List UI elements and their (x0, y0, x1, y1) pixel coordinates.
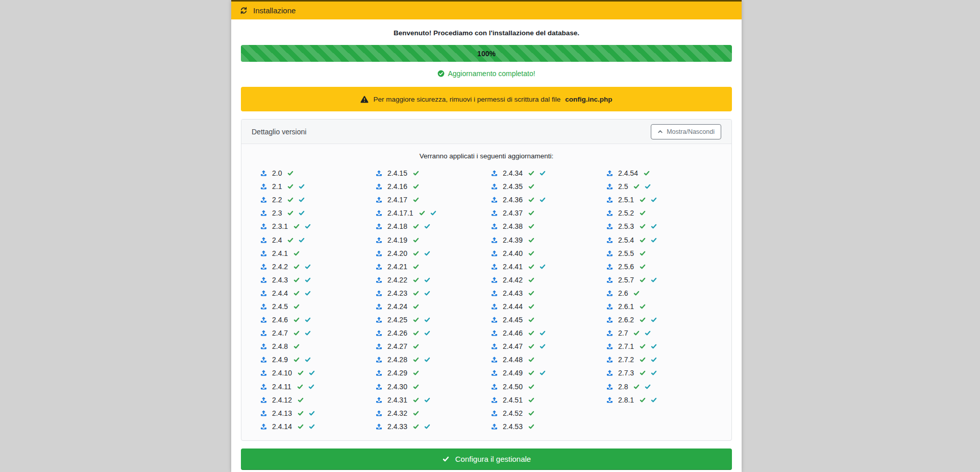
check-icon (639, 397, 646, 403)
version-label: 2.5.6 (618, 263, 634, 271)
upload-icon (375, 276, 383, 284)
version-item: 2.4.52 (491, 407, 606, 420)
version-item: 2.4.53 (491, 420, 606, 433)
version-item: 2.4.34 (491, 167, 606, 180)
version-item: 2.4.42 (491, 273, 606, 287)
version-label: 2.4.52 (503, 409, 523, 417)
version-label: 2.4.38 (503, 222, 523, 230)
upload-icon (260, 237, 267, 244)
configure-button[interactable]: Configura il gestionale (241, 449, 732, 470)
progress-label: 100% (477, 50, 496, 58)
version-label: 2.0 (272, 169, 282, 177)
version-item: 2.4.2 (260, 260, 375, 273)
version-item: 2.5.3 (606, 220, 721, 233)
version-label: 2.4.28 (387, 356, 407, 364)
upload-icon (375, 329, 383, 337)
check-icon (293, 277, 300, 283)
check-icon (528, 210, 535, 216)
version-label: 2.4.19 (387, 236, 407, 244)
version-item: 2.4.51 (491, 393, 606, 407)
check-icon (639, 317, 646, 323)
check-icon (528, 250, 535, 256)
check-icon (412, 303, 420, 310)
check-icon (287, 170, 294, 176)
version-label: 2.4.24 (387, 302, 407, 311)
version-item: 2.6.2 (606, 313, 721, 326)
version-label: 2.4.50 (503, 383, 523, 391)
check-done-icon (308, 384, 315, 390)
version-label: 2.4.41 (503, 263, 523, 271)
version-label: 2.4.22 (387, 276, 407, 284)
version-label: 2.4.46 (503, 329, 523, 337)
version-label: 2.2 (272, 196, 282, 204)
check-icon (528, 237, 535, 243)
upload-icon (606, 183, 614, 190)
check-done-icon (650, 343, 657, 349)
version-label: 2.6.2 (618, 316, 634, 324)
version-item: 2.4.11 (260, 380, 375, 393)
check-done-icon (644, 330, 651, 336)
upload-icon (260, 183, 267, 190)
upload-icon (375, 290, 383, 297)
check-icon (293, 357, 300, 363)
version-label: 2.4.7 (272, 329, 288, 337)
check-icon (412, 197, 420, 203)
version-item: 2.4.28 (375, 353, 491, 366)
version-item: 2.4.7 (260, 326, 375, 340)
version-item: 2.4.38 (491, 220, 606, 233)
version-item: 2.4.3 (260, 273, 375, 287)
version-item: 2.4.6 (260, 313, 375, 326)
check-done-icon (539, 170, 546, 176)
version-label: 2.4.14 (272, 422, 292, 431)
version-label: 2.4.39 (503, 236, 523, 244)
check-done-icon (304, 357, 311, 363)
check-icon (528, 290, 535, 296)
security-alert-message: Per maggiore sicurezza, rimuovi i permes… (373, 96, 560, 103)
upload-icon (491, 329, 498, 337)
version-item: 2.7.1 (606, 340, 721, 353)
show-hide-button[interactable]: Mostra/Nascondi (651, 124, 721, 139)
version-item: 2.4.8 (260, 340, 375, 353)
check-done-icon (308, 370, 315, 376)
version-item: 2.5 (606, 180, 721, 193)
upload-icon (260, 209, 267, 217)
version-item: 2.4.26 (375, 326, 491, 340)
version-label: 2.4.27 (387, 342, 407, 350)
check-done-icon (539, 330, 546, 336)
check-icon (639, 370, 646, 376)
check-icon (412, 423, 420, 430)
upload-icon (491, 369, 498, 376)
check-icon (442, 456, 450, 462)
upload-icon (606, 383, 614, 390)
check-icon (293, 343, 300, 349)
upload-icon (260, 290, 267, 297)
sync-icon (240, 7, 248, 14)
version-label: 2.1 (272, 182, 282, 191)
check-done-icon (650, 397, 657, 403)
check-icon (528, 197, 535, 203)
upload-icon (606, 276, 614, 284)
version-item: 2.4.33 (375, 420, 491, 433)
upload-icon (375, 250, 383, 257)
check-icon (633, 290, 640, 296)
check-icon (528, 183, 535, 190)
check-icon (412, 357, 420, 363)
upload-icon (491, 276, 498, 284)
upload-icon (260, 263, 267, 270)
version-label: 2.4.13 (272, 409, 292, 417)
upload-icon (375, 396, 383, 404)
version-item: 2.4.49 (491, 366, 606, 380)
version-item: 2.4.47 (491, 340, 606, 353)
check-icon (412, 250, 420, 256)
version-label: 2.4.30 (387, 383, 407, 391)
version-label: 2.4.4 (272, 289, 288, 297)
check-circle-icon (437, 70, 445, 77)
upload-icon (260, 343, 267, 350)
progress-bar: 100% (241, 45, 732, 62)
check-done-icon (424, 423, 431, 430)
version-item: 2.4 (260, 233, 375, 246)
upload-icon (491, 356, 498, 363)
check-icon (639, 210, 646, 216)
version-label: 2.4.8 (272, 342, 288, 350)
upload-icon (260, 369, 267, 376)
